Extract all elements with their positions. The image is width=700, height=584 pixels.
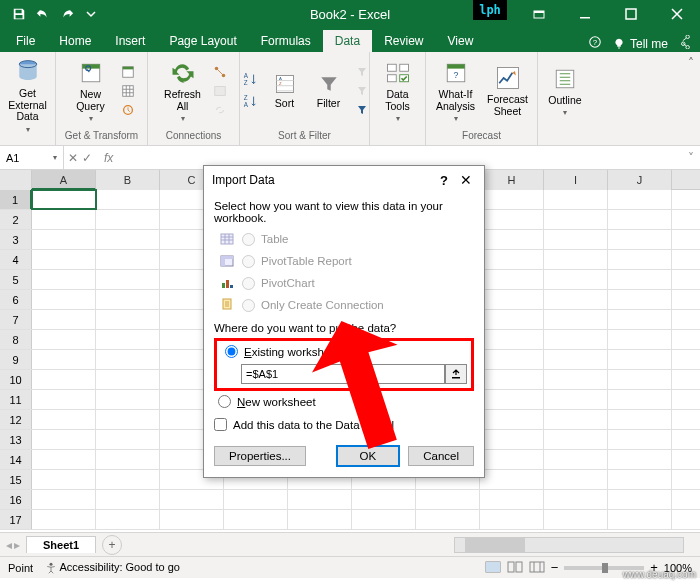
- cell[interactable]: [96, 310, 160, 329]
- cell[interactable]: [544, 450, 608, 469]
- sheet-nav-prev-icon[interactable]: ◂: [6, 538, 12, 552]
- select-all-triangle[interactable]: [0, 170, 32, 190]
- sort-desc-icon[interactable]: ZA: [239, 91, 261, 113]
- cell[interactable]: [96, 390, 160, 409]
- cell[interactable]: [544, 310, 608, 329]
- cell[interactable]: [96, 370, 160, 389]
- cell[interactable]: [480, 410, 544, 429]
- tab-data[interactable]: Data: [323, 30, 372, 52]
- dialog-close-icon[interactable]: ✕: [456, 172, 476, 188]
- qat-customize-icon[interactable]: [80, 3, 102, 25]
- row-header[interactable]: 6: [0, 290, 32, 309]
- data-tools-button[interactable]: Data Tools ▾: [374, 55, 422, 127]
- cell[interactable]: [480, 250, 544, 269]
- cell[interactable]: [96, 210, 160, 229]
- cell[interactable]: [608, 370, 672, 389]
- cell[interactable]: [480, 470, 544, 489]
- cell[interactable]: [480, 210, 544, 229]
- save-icon[interactable]: [8, 3, 30, 25]
- row-header[interactable]: 13: [0, 430, 32, 449]
- horizontal-scrollbar[interactable]: [454, 537, 684, 553]
- row-header[interactable]: 17: [0, 510, 32, 529]
- cell[interactable]: [224, 490, 288, 509]
- tab-home[interactable]: Home: [47, 30, 103, 52]
- row-header[interactable]: 5: [0, 270, 32, 289]
- cell[interactable]: [96, 490, 160, 509]
- row-header[interactable]: 9: [0, 350, 32, 369]
- cell[interactable]: [608, 350, 672, 369]
- cell[interactable]: [480, 310, 544, 329]
- cell[interactable]: [608, 410, 672, 429]
- row-header[interactable]: 8: [0, 330, 32, 349]
- cell[interactable]: [544, 290, 608, 309]
- cell[interactable]: [608, 230, 672, 249]
- dialog-title-bar[interactable]: Import Data ? ✕: [204, 166, 484, 194]
- cell[interactable]: [608, 490, 672, 509]
- sheet-nav-next-icon[interactable]: ▸: [14, 538, 20, 552]
- cell[interactable]: [608, 470, 672, 489]
- from-table-icon[interactable]: [119, 82, 137, 100]
- cell[interactable]: [96, 190, 160, 209]
- column-header[interactable]: J: [608, 170, 672, 190]
- tab-file[interactable]: File: [4, 30, 47, 52]
- cell[interactable]: [32, 230, 96, 249]
- collapse-ribbon-icon[interactable]: ˄: [688, 56, 694, 70]
- tab-page-layout[interactable]: Page Layout: [157, 30, 248, 52]
- column-header[interactable]: H: [480, 170, 544, 190]
- cell[interactable]: [288, 490, 352, 509]
- tab-formulas[interactable]: Formulas: [249, 30, 323, 52]
- reference-input[interactable]: [241, 364, 445, 384]
- cell[interactable]: [608, 210, 672, 229]
- column-header[interactable]: A: [32, 170, 96, 190]
- close-icon[interactable]: [654, 0, 700, 28]
- range-selector-button[interactable]: [445, 364, 467, 384]
- fx-icon[interactable]: fx: [96, 151, 121, 165]
- view-page-break-icon[interactable]: [529, 561, 545, 575]
- cell[interactable]: [96, 230, 160, 249]
- properties-button[interactable]: Properties...: [214, 446, 306, 466]
- cell[interactable]: [96, 470, 160, 489]
- cell[interactable]: [608, 430, 672, 449]
- cell[interactable]: [96, 450, 160, 469]
- cell[interactable]: [544, 410, 608, 429]
- cell[interactable]: [224, 510, 288, 529]
- cell[interactable]: [32, 390, 96, 409]
- row-header[interactable]: 14: [0, 450, 32, 469]
- tab-insert[interactable]: Insert: [103, 30, 157, 52]
- tell-me[interactable]: Tell me: [612, 37, 668, 51]
- redo-icon[interactable]: [56, 3, 78, 25]
- cell[interactable]: [608, 310, 672, 329]
- cell[interactable]: [96, 270, 160, 289]
- row-header[interactable]: 1: [0, 190, 32, 209]
- help-icon[interactable]: ?: [588, 35, 602, 52]
- cell[interactable]: [544, 270, 608, 289]
- cell[interactable]: [480, 450, 544, 469]
- cell[interactable]: [480, 350, 544, 369]
- cancel-button[interactable]: Cancel: [408, 446, 474, 466]
- cell[interactable]: [608, 270, 672, 289]
- column-header[interactable]: I: [544, 170, 608, 190]
- cell[interactable]: [480, 370, 544, 389]
- name-box[interactable]: A1 ▾: [0, 146, 64, 169]
- properties-icon[interactable]: [211, 82, 229, 100]
- what-if-button[interactable]: ? What-If Analysis ▾: [432, 55, 480, 127]
- cell[interactable]: [480, 270, 544, 289]
- ok-button[interactable]: OK: [336, 445, 401, 467]
- undo-icon[interactable]: [32, 3, 54, 25]
- row-header[interactable]: 7: [0, 310, 32, 329]
- cell[interactable]: [352, 510, 416, 529]
- minimize-icon[interactable]: [562, 0, 608, 28]
- get-external-data-button[interactable]: Get External Data ▾: [4, 54, 52, 138]
- cell[interactable]: [480, 290, 544, 309]
- sort-asc-icon[interactable]: AZ: [239, 69, 261, 91]
- cell[interactable]: [544, 490, 608, 509]
- cell[interactable]: [160, 510, 224, 529]
- edit-links-icon[interactable]: [211, 101, 229, 119]
- cell[interactable]: [32, 290, 96, 309]
- cell[interactable]: [480, 230, 544, 249]
- cell[interactable]: [544, 250, 608, 269]
- cell[interactable]: [544, 210, 608, 229]
- cell[interactable]: [480, 490, 544, 509]
- cell[interactable]: [480, 190, 544, 209]
- forecast-sheet-button[interactable]: Forecast Sheet: [484, 60, 532, 121]
